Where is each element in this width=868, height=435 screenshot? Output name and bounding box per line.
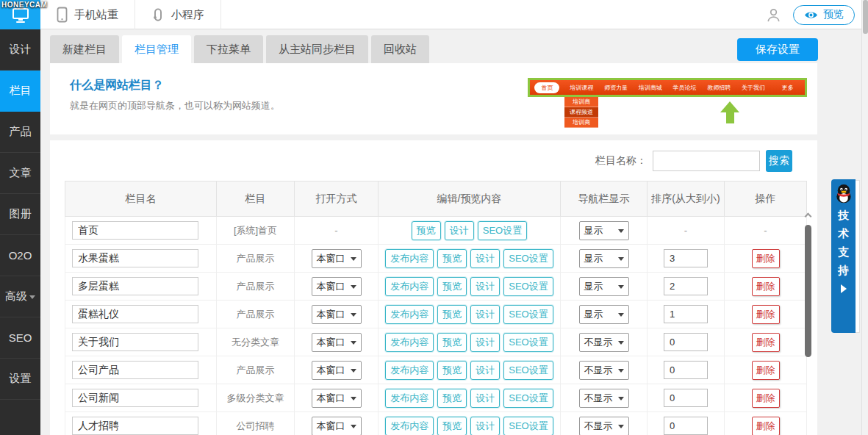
tech-support-widget[interactable]: 技术支持 [831, 179, 856, 333]
sidebar-item-article[interactable]: 文章 [0, 153, 40, 194]
column-name-input[interactable] [72, 277, 198, 295]
open-mode-select[interactable]: 本窗口 [312, 277, 362, 296]
nav-display-select[interactable]: 不显示 [579, 361, 629, 380]
publish-button[interactable]: 发布内容 [385, 249, 434, 268]
design-button[interactable]: 设计 [470, 417, 500, 435]
preview-button[interactable]: 预览 [437, 333, 467, 352]
nav-display-select[interactable]: 显示 [579, 277, 629, 296]
open-mode-select[interactable]: 本窗口 [312, 249, 362, 268]
seo-button[interactable]: SEO设置 [478, 221, 527, 240]
tab-column-manage[interactable]: 栏目管理 [122, 35, 191, 63]
delete-button[interactable]: 删除 [752, 333, 780, 352]
sort-input[interactable] [664, 249, 708, 267]
column-name-input[interactable] [72, 361, 198, 379]
tab-dropdown-menu[interactable]: 下拉菜单 [194, 35, 263, 63]
cell-sort [648, 245, 725, 273]
nav-display-select[interactable]: 不显示 [579, 389, 629, 408]
sidebar-item-product[interactable]: 产品 [0, 112, 40, 153]
publish-button[interactable]: 发布内容 [385, 417, 434, 435]
sort-input[interactable] [664, 417, 708, 435]
sort-input[interactable] [664, 277, 708, 295]
seo-button[interactable]: SEO设置 [503, 333, 553, 352]
design-button[interactable]: 设计 [470, 277, 500, 296]
publish-button[interactable]: 发布内容 [385, 361, 434, 380]
tab-new-column[interactable]: 新建栏目 [50, 35, 119, 63]
open-mode-select[interactable]: 本窗口 [312, 389, 362, 408]
sort-input[interactable] [664, 305, 708, 323]
page-scrollbar-thumb[interactable] [863, 0, 868, 34]
publish-button[interactable]: 发布内容 [385, 333, 434, 352]
design-button[interactable]: 设计 [470, 305, 500, 324]
sidebar-item-settings[interactable]: 设置 [0, 359, 40, 400]
cell-column-type: 产品展示 [217, 245, 295, 273]
preview-button[interactable]: 预览 [437, 389, 467, 408]
seo-button[interactable]: SEO设置 [503, 305, 553, 324]
sort-input[interactable] [664, 361, 708, 379]
sidebar-item-gallery[interactable]: 图册 [0, 194, 40, 235]
column-name-input[interactable] [72, 249, 198, 267]
seo-button[interactable]: SEO设置 [503, 389, 553, 408]
seo-button[interactable]: SEO设置 [503, 361, 553, 380]
sort-input[interactable] [664, 389, 708, 407]
open-mode-select[interactable]: 本窗口 [312, 361, 362, 380]
sidebar-item-o2o[interactable]: O2O [0, 235, 40, 276]
column-name-input[interactable] [72, 389, 198, 407]
page-scrollbar[interactable] [861, 0, 868, 435]
scrollbar-thumb[interactable] [805, 225, 811, 357]
preview-button[interactable]: 预览 [412, 221, 441, 240]
preview-button[interactable]: 预览 [437, 417, 467, 435]
seo-button[interactable]: SEO设置 [503, 277, 553, 296]
table-scrollbar[interactable] [803, 214, 812, 435]
nav-display-select[interactable]: 不显示 [579, 417, 629, 435]
search-button[interactable]: 搜索 [766, 150, 792, 172]
design-button[interactable]: 设计 [470, 249, 500, 268]
design-button[interactable]: 设计 [470, 361, 500, 380]
preview-button[interactable]: 预览 [437, 249, 467, 268]
open-mode-select[interactable]: 本窗口 [312, 305, 362, 324]
publish-button[interactable]: 发布内容 [385, 389, 434, 408]
design-button[interactable]: 设计 [470, 333, 500, 352]
column-name-input[interactable] [72, 305, 198, 323]
sidebar-item-advanced[interactable]: 高级 [0, 276, 40, 317]
preview-button[interactable]: 预览 [437, 361, 467, 380]
scroll-up-icon[interactable] [804, 213, 811, 220]
cell-nav-display: 显示 [561, 301, 648, 328]
nav-display-select[interactable]: 显示 [579, 221, 629, 240]
delete-button[interactable]: 删除 [752, 305, 780, 324]
mobile-site-button[interactable]: 手机站重 [40, 0, 135, 29]
nav-display-select[interactable]: 不显示 [579, 333, 629, 352]
action-buttons: 发布内容预览设计SEO设置 [385, 249, 553, 268]
delete-button[interactable]: 删除 [752, 249, 780, 268]
design-button[interactable]: 设计 [470, 389, 500, 408]
delete-button[interactable]: 删除 [752, 417, 780, 435]
preview-button[interactable]: 预览 [437, 277, 467, 296]
mini-program-button[interactable]: 小程序 [135, 0, 221, 29]
delete-button[interactable]: 删除 [752, 389, 780, 408]
sidebar-item-column[interactable]: 栏目 [0, 71, 40, 112]
open-mode-select[interactable]: 本窗口 [312, 333, 362, 352]
account-icon[interactable] [766, 7, 781, 23]
column-name-input[interactable] [72, 417, 198, 435]
column-name-input[interactable] [72, 221, 198, 240]
design-button[interactable]: 设计 [445, 221, 474, 240]
sidebar-item-seo[interactable]: SEO [0, 317, 40, 359]
delete-button[interactable]: 删除 [752, 361, 780, 380]
column-name-input[interactable] [72, 333, 198, 351]
publish-button[interactable]: 发布内容 [385, 277, 434, 296]
tab-recycle-bin[interactable]: 回收站 [371, 35, 429, 63]
preview-button[interactable]: 预览 [793, 5, 855, 25]
nav-display-select[interactable]: 显示 [579, 249, 629, 268]
open-mode-select[interactable]: 本窗口 [312, 417, 362, 435]
publish-button[interactable]: 发布内容 [385, 305, 434, 324]
preview-button[interactable]: 预览 [437, 305, 467, 324]
sidebar-item-design[interactable]: 设计 [0, 29, 40, 71]
nav-display-select[interactable]: 显示 [579, 305, 629, 324]
seo-button[interactable]: SEO设置 [503, 417, 553, 435]
tab-sync-from-main[interactable]: 从主站同步栏目 [266, 35, 368, 63]
sort-input[interactable] [664, 333, 708, 351]
cell-open-mode: 本窗口 [295, 273, 379, 301]
column-name-search-input[interactable] [653, 151, 760, 171]
delete-button[interactable]: 删除 [752, 277, 780, 296]
save-settings-button[interactable]: 保存设置 [737, 38, 818, 61]
seo-button[interactable]: SEO设置 [503, 249, 553, 268]
